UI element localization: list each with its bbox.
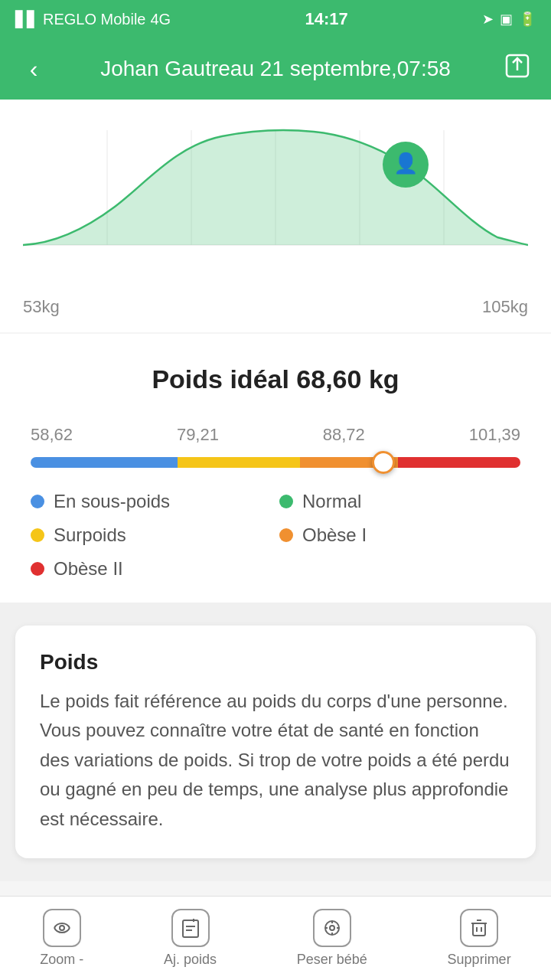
status-indicators: ➤ ▣ 🔋	[482, 11, 536, 28]
bmi-value-4: 101,39	[469, 425, 520, 445]
add-weight-label: Aj. poids	[164, 952, 217, 968]
legend-label-obese1: Obèse I	[302, 524, 367, 546]
chart-max-label: 105kg	[482, 297, 528, 317]
bmi-slider-bar	[31, 457, 520, 468]
toolbar-item-baby-scale[interactable]: Peser bébé	[297, 909, 367, 968]
chart-min-label: 53kg	[23, 297, 60, 317]
legend-label-surpoids: Surpoids	[54, 524, 126, 546]
ideal-weight-value: 68,60 kg	[296, 364, 399, 394]
ideal-weight-title: Poids idéal 68,60 kg	[23, 364, 528, 394]
info-card-text: Le poids fait référence au poids du corp…	[40, 687, 511, 834]
chart-section: 👤 53kg 105kg	[0, 100, 551, 332]
signal-icon: ▋▋	[15, 10, 38, 28]
legend-normal: Normal	[279, 491, 520, 512]
toolbar-item-add-weight[interactable]: Aj. poids	[164, 909, 217, 968]
share-button[interactable]	[502, 54, 533, 84]
toolbar-item-zoom[interactable]: Zoom -	[40, 909, 83, 968]
legend-label-obese2: Obèse II	[54, 558, 123, 580]
page-title: Johan Gautreau 21 septembre,07:58	[49, 57, 502, 81]
chart-svg: 👤	[23, 122, 528, 276]
bmi-values: 58,62 79,21 88,72 101,39	[31, 425, 520, 445]
svg-rect-11	[183, 920, 198, 937]
chart-labels: 53kg 105kg	[23, 297, 528, 317]
legend-dot-normal	[279, 495, 293, 508]
weight-chart: 👤	[23, 122, 528, 291]
battery-icon: 🔋	[519, 11, 536, 28]
location-icon: ➤	[482, 11, 494, 28]
bottom-toolbar: Zoom - Aj. poids Peser bébé	[0, 896, 551, 980]
svg-rect-20	[473, 923, 485, 936]
baby-scale-label: Peser bébé	[297, 952, 367, 968]
bmi-slider-thumb	[372, 451, 395, 474]
svg-point-10	[60, 926, 64, 930]
back-button[interactable]: ‹	[18, 55, 49, 83]
info-card-title: Poids	[40, 650, 511, 675]
legend-dot-obese1	[279, 528, 293, 542]
zoom-icon	[43, 909, 81, 947]
bmi-section: 58,62 79,21 88,72 101,39 En sous-poids N…	[0, 402, 551, 603]
bmi-legend: En sous-poids Normal Surpoids Obèse I Ob…	[31, 491, 520, 580]
legend-obese1: Obèse I	[279, 524, 520, 546]
legend-dot-surpoids	[31, 528, 44, 542]
legend-dot-sous-poids	[31, 495, 44, 508]
delete-label: Supprimer	[448, 952, 511, 968]
legend-surpoids: Surpoids	[31, 524, 272, 546]
svg-point-15	[330, 926, 334, 930]
status-carrier: ▋▋ REGLO Mobile 4G	[15, 10, 171, 28]
legend-obese2: Obèse II	[31, 558, 272, 580]
bmi-value-3: 88,72	[323, 425, 365, 445]
legend-label-normal: Normal	[302, 491, 361, 512]
toolbar-item-delete[interactable]: Supprimer	[448, 909, 511, 968]
delete-icon	[460, 909, 498, 947]
add-weight-icon	[171, 909, 210, 947]
page-header: ‹ Johan Gautreau 21 septembre,07:58	[0, 38, 551, 100]
status-time: 14:17	[305, 9, 347, 29]
svg-text:👤: 👤	[393, 151, 419, 175]
sim-icon: ▣	[500, 11, 513, 28]
ideal-weight-section: Poids idéal 68,60 kg	[0, 334, 551, 402]
bmi-value-1: 58,62	[31, 425, 73, 445]
legend-sous-poids: En sous-poids	[31, 491, 272, 512]
legend-label-sous-poids: En sous-poids	[54, 491, 170, 512]
legend-dot-obese2	[31, 562, 44, 576]
bmi-value-2: 79,21	[177, 425, 219, 445]
baby-scale-icon	[313, 909, 351, 947]
status-bar: ▋▋ REGLO Mobile 4G 14:17 ➤ ▣ 🔋	[0, 0, 551, 38]
info-card: Poids Le poids fait référence au poids d…	[15, 626, 536, 858]
zoom-label: Zoom -	[40, 952, 83, 968]
